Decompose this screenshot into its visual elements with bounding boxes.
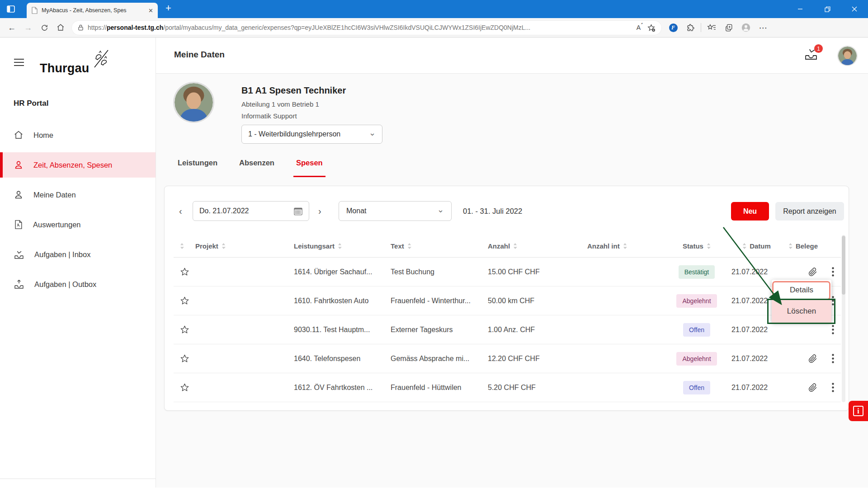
table-row[interactable]: 9030.11. Test Hauptm...Externer Tageskur… — [174, 315, 841, 344]
sort-icon — [222, 243, 226, 249]
favorite-star-icon[interactable] — [180, 296, 189, 305]
sort-icon — [707, 243, 711, 249]
cell-favorite — [174, 354, 195, 363]
table-row[interactable]: 1612. ÖV Fahrtkosten ...Frauenfeld - Hüt… — [174, 373, 841, 402]
browser-tab[interactable]: MyAbacus - Zeit, Absenzen, Spes ✕ — [27, 3, 158, 18]
sort-icon — [513, 243, 517, 249]
column-header-leistungsart[interactable]: Leistungsart — [294, 242, 391, 250]
back-icon[interactable]: ← — [4, 20, 20, 35]
cell-actions — [825, 267, 841, 277]
favorites-icon[interactable] — [703, 20, 720, 35]
row-menu-kebab-icon[interactable] — [832, 354, 834, 363]
sidebar-item-meine-daten[interactable]: Meine Daten — [0, 182, 156, 207]
sidebar: Thurgau HR Portal HomeZeit, Absenzen, Sp… — [0, 38, 156, 488]
user-avatar[interactable] — [838, 47, 857, 65]
profile-extension-icon[interactable]: F — [665, 20, 682, 35]
sort-icon — [623, 243, 627, 249]
browser-profile-icon[interactable] — [737, 20, 755, 35]
toolbar-divider — [701, 23, 701, 32]
expenses-table: ProjektLeistungsartTextAnzahlAnzahl intS… — [174, 235, 841, 402]
favorite-star-icon[interactable] — [180, 383, 189, 392]
sidebar-item-zeit-absenzen-spesen[interactable]: Zeit, Absenzen, Spesen — [0, 152, 156, 178]
tab-actions-icon[interactable] — [6, 4, 16, 14]
cell-leistungsart: 1614. Übriger Sachauf... — [294, 268, 391, 276]
favorite-star-icon[interactable] — [180, 325, 189, 334]
new-expense-button[interactable]: Neu — [731, 202, 769, 221]
favorite-star-icon[interactable] — [180, 267, 189, 277]
read-aloud-icon[interactable]: A〞 — [637, 24, 643, 31]
add-favorite-icon[interactable] — [647, 23, 656, 32]
hamburger-menu-icon[interactable] — [14, 58, 24, 66]
paperclip-icon — [808, 354, 817, 363]
cell-anzahl: 1.00 Anz. CHF — [488, 326, 587, 334]
date-field[interactable]: Do. 21.07.2022 — [193, 201, 309, 221]
tab-close-icon[interactable]: ✕ — [148, 7, 153, 14]
refresh-icon[interactable] — [36, 20, 52, 35]
column-header-projekt[interactable]: Projekt — [195, 242, 294, 250]
sidebar-item-label: Aufgaben | Outbox — [34, 280, 96, 289]
forward-icon[interactable]: → — [20, 20, 36, 35]
table-row[interactable]: 1640. TelefonspesenGemäss Absprache mi..… — [174, 344, 841, 373]
sidebar-item-aufgaben-outbox[interactable]: Aufgaben | Outbox — [0, 272, 156, 297]
column-header-anzahl-int[interactable]: Anzahl int — [587, 242, 662, 250]
row-menu-kebab-icon[interactable] — [832, 267, 834, 277]
column-header-favorites[interactable] — [174, 243, 195, 249]
menu-item-details[interactable]: Details — [772, 280, 831, 300]
sort-icon — [407, 243, 411, 249]
tab-spesen[interactable]: Spesen — [296, 159, 323, 174]
extensions-icon[interactable] — [682, 20, 699, 35]
minimize-icon[interactable] — [787, 0, 814, 18]
period-select[interactable]: Monat ⌄ — [339, 201, 452, 221]
portal-title: HR Portal — [14, 99, 156, 108]
settings-more-icon[interactable]: ⋯ — [755, 20, 772, 35]
address-bar[interactable]: https://personal-test.tg.ch/portal/myaba… — [71, 20, 662, 35]
paperclip-icon — [808, 383, 817, 392]
scrollbar-thumb[interactable] — [842, 236, 845, 295]
url-text[interactable]: https://personal-test.tg.ch/portal/myaba… — [88, 24, 632, 31]
cell-status: Abgelehnt — [662, 294, 731, 308]
show-report-button[interactable]: Report anzeigen — [775, 202, 844, 221]
cell-status: Offen — [662, 381, 731, 394]
close-window-icon[interactable] — [841, 0, 868, 18]
tab-leistungen[interactable]: Leistungen — [178, 159, 217, 174]
restore-icon[interactable] — [814, 0, 841, 18]
sidebar-item-home[interactable]: Home — [0, 122, 156, 148]
column-header-belege[interactable]: Belege — [782, 242, 825, 250]
cell-datum: 21.07.2022 — [731, 268, 782, 276]
sidebar-item-aufgaben-inbox[interactable]: Aufgaben | Inbox — [0, 242, 156, 267]
favorite-star-icon[interactable] — [180, 354, 189, 363]
next-period-icon[interactable]: › — [318, 201, 321, 221]
cell-text: Externer Tageskurs — [391, 326, 488, 334]
info-button[interactable]: i — [849, 401, 868, 421]
chevron-down-icon: ⌄ — [437, 205, 444, 215]
menu-item-löschen[interactable]: Löschen — [772, 300, 831, 323]
thurgau-crest-icon — [90, 49, 111, 69]
row-menu-kebab-icon[interactable] — [832, 296, 834, 305]
tab-absenzen[interactable]: Absenzen — [239, 159, 274, 174]
row-menu-kebab-icon[interactable] — [832, 383, 834, 392]
status-badge: Offen — [683, 323, 710, 337]
employee-unit: Informatik Support — [241, 112, 297, 120]
inbox-badge: 1 — [814, 44, 823, 53]
profile-photo — [175, 83, 213, 122]
role-select[interactable]: 1 - Weiterbildungslehrperson ⌄ — [241, 125, 382, 144]
collections-icon[interactable] — [720, 20, 737, 35]
sidebar-item-auswertungen[interactable]: Auswertungen — [0, 212, 156, 237]
table-row[interactable]: 1614. Übriger Sachauf...Test Buchung15.0… — [174, 258, 841, 286]
calendar-icon[interactable] — [294, 207, 302, 216]
column-header-text[interactable]: Text — [391, 242, 488, 250]
table-row[interactable]: 1610. Fahrtkosten AutoFrauenfeld - Winte… — [174, 286, 841, 315]
column-header-status[interactable]: Status — [662, 242, 731, 250]
column-header-anzahl[interactable]: Anzahl — [488, 242, 587, 250]
table-scrollbar[interactable] — [842, 235, 845, 402]
home-icon[interactable] — [52, 20, 69, 35]
row-menu-kebab-icon[interactable] — [832, 325, 834, 334]
notifications-inbox-icon[interactable]: 1 — [804, 47, 819, 63]
table-header: ProjektLeistungsartTextAnzahlAnzahl intS… — [174, 235, 841, 258]
new-tab-icon[interactable]: + — [165, 2, 171, 14]
column-header-datum[interactable]: Datum — [731, 242, 782, 250]
role-select-value: 1 - Weiterbildungslehrperson — [248, 130, 340, 138]
prev-period-icon[interactable]: ‹ — [179, 201, 182, 221]
sort-icon — [742, 243, 746, 249]
cell-favorite — [174, 267, 195, 277]
